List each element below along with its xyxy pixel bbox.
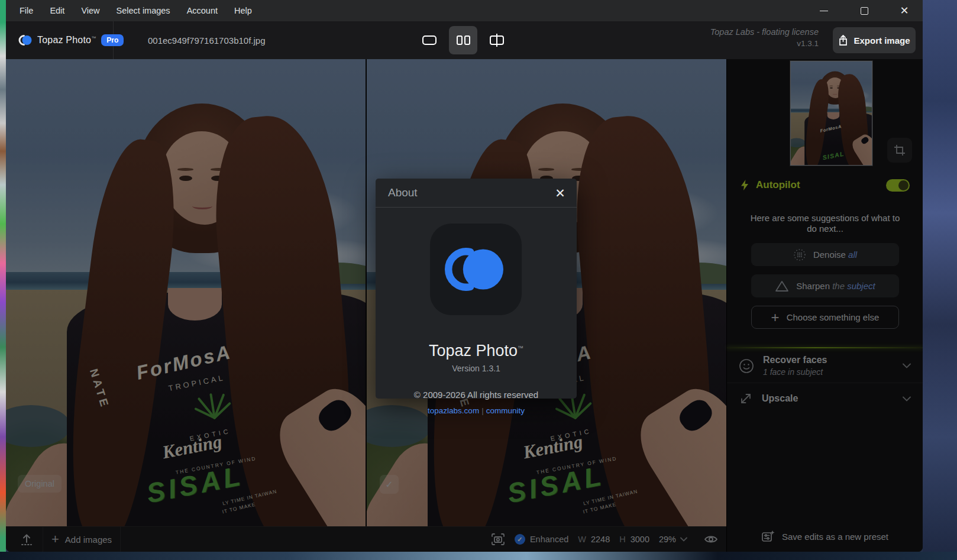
pro-badge: Pro	[101, 34, 124, 46]
single-view-button[interactable]	[415, 26, 444, 54]
close-button[interactable]: ✕	[891, 1, 918, 20]
app-window: File Edit View Select images Account Hel…	[6, 0, 923, 552]
about-dialog-title: About	[388, 186, 418, 199]
community-link[interactable]: community	[486, 406, 525, 415]
about-dialog-header: About ✕	[376, 179, 577, 208]
menu-help[interactable]: Help	[234, 6, 252, 15]
license-info: Topaz Labs - floating license v1.3.1	[710, 27, 819, 48]
menu-account[interactable]: Account	[187, 6, 218, 15]
link-separator: |	[481, 406, 484, 415]
about-links: topazlabs.com|community	[376, 406, 577, 415]
maximize-button[interactable]	[851, 1, 878, 20]
split-slider-icon	[490, 35, 504, 45]
topaz-logo-tile	[430, 224, 522, 315]
about-dialog-body: Topaz Photo™ Version 1.3.1 © 2009-2026 A…	[376, 208, 577, 398]
trademark: ™	[91, 35, 96, 41]
single-view-icon	[422, 35, 437, 45]
topazlabs-link[interactable]: topazlabs.com	[428, 406, 479, 415]
split-slider-view-button[interactable]	[483, 26, 511, 54]
about-copyright: © 2009-2026 All rights reserved	[376, 390, 577, 400]
license-type: Topaz Labs - floating license	[710, 27, 819, 37]
close-icon: ✕	[900, 5, 908, 16]
app-version: v1.3.1	[710, 39, 819, 48]
minimize-button[interactable]	[810, 1, 838, 20]
export-label: Export image	[853, 35, 910, 46]
topaz-logo-icon-large	[430, 224, 522, 315]
desktop-wallpaper-right	[923, 0, 957, 560]
side-by-side-icon	[457, 35, 470, 45]
menu-file[interactable]: File	[20, 6, 33, 15]
menu-view[interactable]: View	[81, 6, 99, 15]
trademark: ™	[518, 345, 523, 351]
about-dialog: About ✕ Topaz Photo™ Version 1.3.1 © 200…	[376, 179, 577, 399]
desktop-wallpaper-bottom	[0, 552, 957, 560]
app-logo-section: Topaz Photo™ Pro	[6, 21, 114, 59]
about-close-button[interactable]: ✕	[552, 185, 568, 202]
maximize-icon	[861, 7, 868, 15]
menu-select-images[interactable]: Select images	[117, 6, 170, 15]
side-by-side-view-button[interactable]	[449, 26, 477, 54]
window-controls: ✕	[810, 0, 918, 21]
export-icon	[838, 35, 848, 46]
app-header: Topaz Photo™ Pro 001ec949f797161703b10f.…	[6, 21, 923, 59]
close-icon: ✕	[555, 186, 565, 200]
view-mode-group	[415, 26, 511, 54]
about-app-name: Topaz Photo™	[376, 342, 577, 360]
menu-bar: File Edit View Select images Account Hel…	[6, 0, 923, 21]
app-name: Topaz Photo™	[37, 35, 96, 46]
export-image-button[interactable]: Export image	[833, 27, 916, 53]
about-version: Version 1.3.1	[376, 364, 577, 373]
topaz-logo-icon	[18, 33, 32, 47]
minimize-icon	[820, 11, 828, 11]
menu-edit[interactable]: Edit	[50, 6, 64, 15]
desktop-icons-strip	[0, 0, 6, 560]
open-filename: 001ec949f797161703b10f.jpg	[148, 21, 266, 59]
